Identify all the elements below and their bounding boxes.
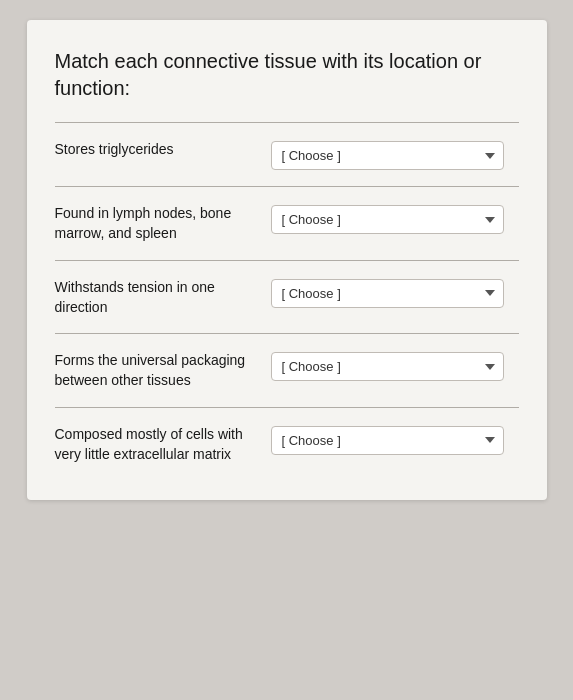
select-wrapper-withstands-tension: [ Choose ]Loose connective tissueDense r… <box>271 277 519 308</box>
card-title: Match each connective tissue with its lo… <box>55 48 519 102</box>
select-wrapper-forms-universal: [ Choose ]Loose connective tissueDense r… <box>271 350 519 381</box>
rows-container: Stores triglycerides[ Choose ]Loose conn… <box>55 123 519 480</box>
label-withstands-tension: Withstands tension in one direction <box>55 277 255 318</box>
label-stores-triglycerides: Stores triglycerides <box>55 139 255 159</box>
label-found-in-lymph: Found in lymph nodes, bone marrow, and s… <box>55 203 255 244</box>
label-forms-universal: Forms the universal packaging between ot… <box>55 350 255 391</box>
select-withstands-tension[interactable]: [ Choose ]Loose connective tissueDense r… <box>271 279 504 308</box>
row-composed-mostly: Composed mostly of cells with very littl… <box>55 408 519 481</box>
select-forms-universal[interactable]: [ Choose ]Loose connective tissueDense r… <box>271 352 504 381</box>
select-stores-triglycerides[interactable]: [ Choose ]Loose connective tissueDense r… <box>271 141 504 170</box>
select-wrapper-composed-mostly: [ Choose ]Loose connective tissueDense r… <box>271 424 519 455</box>
select-wrapper-stores-triglycerides: [ Choose ]Loose connective tissueDense r… <box>271 139 519 170</box>
select-found-in-lymph[interactable]: [ Choose ]Loose connective tissueDense r… <box>271 205 504 234</box>
select-composed-mostly[interactable]: [ Choose ]Loose connective tissueDense r… <box>271 426 504 455</box>
select-wrapper-found-in-lymph: [ Choose ]Loose connective tissueDense r… <box>271 203 519 234</box>
quiz-card: Match each connective tissue with its lo… <box>27 20 547 500</box>
label-composed-mostly: Composed mostly of cells with very littl… <box>55 424 255 465</box>
row-withstands-tension: Withstands tension in one direction[ Cho… <box>55 261 519 335</box>
row-forms-universal: Forms the universal packaging between ot… <box>55 334 519 408</box>
row-stores-triglycerides: Stores triglycerides[ Choose ]Loose conn… <box>55 123 519 187</box>
row-found-in-lymph: Found in lymph nodes, bone marrow, and s… <box>55 187 519 261</box>
